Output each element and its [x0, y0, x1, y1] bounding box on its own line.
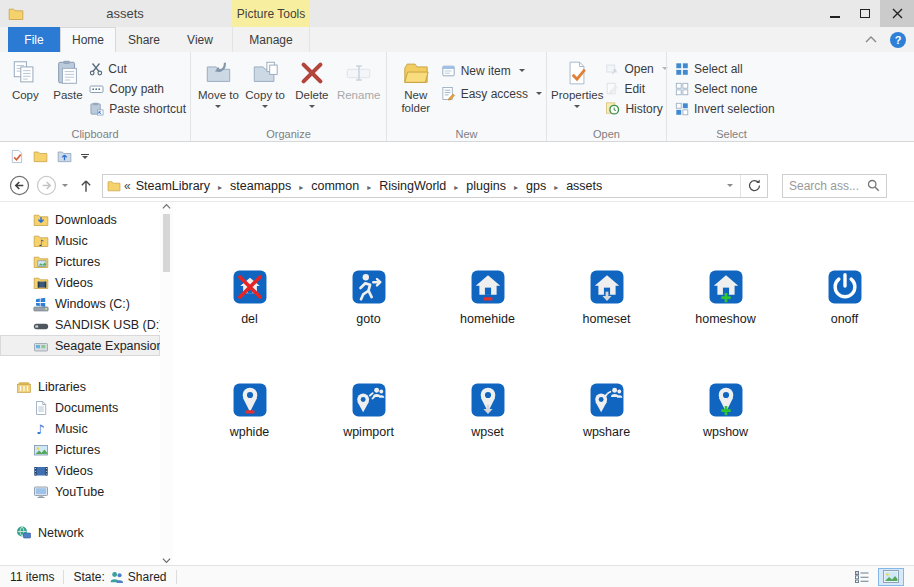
picture-tools-header[interactable]: Picture Tools: [232, 0, 310, 27]
file-item-homeshow[interactable]: homeshow: [666, 270, 785, 383]
address-bar[interactable]: « SteamLibrary steamapps common RisingWo…: [102, 174, 768, 198]
open-button[interactable]: Open: [605, 60, 667, 77]
cut-scissors-icon: [89, 62, 103, 76]
qat-customize-dropdown-icon: [82, 156, 88, 159]
breadcrumb-arrow-icon[interactable]: [212, 179, 228, 193]
select-all-button[interactable]: Select all: [675, 60, 775, 77]
qat-new-folder-icon[interactable]: [33, 149, 48, 164]
minimize-button[interactable]: [820, 0, 850, 27]
qat-properties-icon[interactable]: [9, 149, 24, 164]
forward-button[interactable]: [35, 174, 58, 197]
copy-path-button[interactable]: Copy path: [89, 80, 186, 97]
sidebar-scrollbar[interactable]: [160, 202, 173, 565]
sidebar-item-pictures-folder[interactable]: Pictures: [0, 251, 160, 272]
breadcrumb-segment[interactable]: SteamLibrary: [134, 179, 228, 193]
rename-button[interactable]: Rename: [335, 55, 382, 102]
window-controls: [820, 0, 914, 27]
file-item-wpshow[interactable]: wpshow: [666, 383, 785, 496]
sidebar-item-documents-library[interactable]: Documents: [0, 397, 160, 418]
file-item-del[interactable]: del: [190, 270, 309, 383]
move-to-button[interactable]: Move to: [195, 55, 242, 108]
copy-to-button[interactable]: Copy to: [242, 55, 289, 108]
sidebar-item-sandisk-usb[interactable]: SANDISK USB (D:): [0, 314, 160, 335]
edit-button[interactable]: Edit: [605, 80, 667, 97]
sidebar-item-seagate-expansion[interactable]: Seagate Expansion Dri: [0, 335, 160, 356]
properties-button[interactable]: Properties: [551, 55, 603, 108]
thumbnails-view-button[interactable]: [878, 568, 904, 586]
recent-locations-dropdown[interactable]: [62, 184, 68, 187]
collapse-ribbon-chevron-icon[interactable]: [864, 35, 878, 44]
refresh-button[interactable]: [741, 175, 767, 197]
select-none-button[interactable]: Select none: [675, 80, 775, 97]
maximize-button[interactable]: [850, 0, 880, 27]
close-button[interactable]: [880, 0, 914, 27]
back-button[interactable]: [8, 174, 31, 197]
breadcrumb-overflow[interactable]: «: [121, 179, 134, 193]
sidebar-item-libraries[interactable]: Libraries: [0, 376, 160, 397]
breadcrumb-arrow-icon[interactable]: [508, 179, 524, 193]
help-icon[interactable]: [890, 32, 906, 48]
sidebar-item-downloads[interactable]: Downloads: [0, 209, 160, 230]
breadcrumb-segment[interactable]: steamapps: [228, 179, 309, 193]
cut-button[interactable]: Cut: [89, 60, 186, 77]
new-item-button[interactable]: New item: [441, 62, 542, 79]
breadcrumb-arrow-icon[interactable]: [293, 179, 309, 193]
history-button[interactable]: History: [605, 100, 667, 117]
search-icon[interactable]: [867, 179, 880, 192]
homeshow-icon: [709, 270, 743, 304]
ribbon-group-organize: Move to Copy to Delete Rename Organize: [190, 52, 386, 141]
sidebar-item-music-folder[interactable]: ♪Music: [0, 230, 160, 251]
scrollbar-thumb[interactable]: [163, 214, 170, 272]
new-folder-button[interactable]: New folder: [391, 55, 441, 115]
file-item-wpimport[interactable]: wpimport: [309, 383, 428, 496]
sidebar-item-videos-folder[interactable]: Videos: [0, 272, 160, 293]
file-item-homehide[interactable]: homehide: [428, 270, 547, 383]
tab-file[interactable]: File: [8, 27, 60, 52]
edit-icon: [605, 82, 619, 96]
breadcrumb-segment[interactable]: RisingWorld: [377, 179, 464, 193]
file-item-onoff[interactable]: onoff: [785, 270, 904, 383]
breadcrumb-arrow-icon[interactable]: [448, 179, 464, 193]
scrollbar-track[interactable]: [162, 210, 171, 557]
invert-selection-button[interactable]: Invert selection: [675, 100, 775, 117]
up-button[interactable]: [76, 176, 96, 196]
paste-button[interactable]: Paste: [47, 55, 90, 102]
properties-icon: [564, 57, 590, 89]
search-input[interactable]: Search ass...: [782, 174, 887, 198]
address-dropdown-button[interactable]: [720, 175, 740, 197]
tab-manage[interactable]: Manage: [232, 27, 310, 52]
svg-text:♪: ♪: [39, 237, 45, 247]
file-item-homeset[interactable]: homeset: [547, 270, 666, 383]
paste-shortcut-button[interactable]: Paste shortcut: [89, 100, 186, 117]
qat-customize-button[interactable]: [81, 154, 89, 159]
file-list-area[interactable]: del goto homehide homeset homeshow: [173, 202, 914, 565]
sidebar-item-youtube-library[interactable]: YouTube: [0, 481, 160, 502]
qat-up-folder-icon[interactable]: [57, 149, 72, 164]
pictures-folder-icon: [33, 254, 49, 270]
file-item-wpset[interactable]: wpset: [428, 383, 547, 496]
file-item-wphide[interactable]: wphide: [190, 383, 309, 496]
easy-access-button[interactable]: Easy access: [441, 85, 542, 102]
sidebar-item-videos-library[interactable]: Videos: [0, 460, 160, 481]
tab-view[interactable]: View: [172, 27, 228, 52]
sidebar-item-music-library[interactable]: ♪Music: [0, 418, 160, 439]
breadcrumb-segment[interactable]: assets: [564, 179, 604, 193]
breadcrumb-arrow-icon[interactable]: [361, 179, 377, 193]
details-view-button[interactable]: [849, 568, 875, 586]
breadcrumb-segment[interactable]: gps: [524, 179, 564, 193]
breadcrumb-segment[interactable]: plugins: [464, 179, 524, 193]
tab-share[interactable]: Share: [116, 27, 172, 52]
scroll-up-icon[interactable]: [162, 203, 171, 210]
breadcrumb-segment[interactable]: common: [309, 179, 377, 193]
file-item-goto[interactable]: goto: [309, 270, 428, 383]
file-item-wpshare[interactable]: wpshare: [547, 383, 666, 496]
scroll-down-icon[interactable]: [162, 557, 171, 564]
copy-button[interactable]: Copy: [4, 55, 47, 102]
delete-button[interactable]: Delete: [289, 55, 336, 108]
sidebar-item-pictures-library[interactable]: Pictures: [0, 439, 160, 460]
invert-selection-label: Invert selection: [694, 102, 775, 116]
sidebar-item-network[interactable]: Network: [0, 522, 160, 543]
sidebar-item-windows-c[interactable]: Windows (C:): [0, 293, 160, 314]
breadcrumb-arrow-icon[interactable]: [548, 179, 564, 193]
tab-home[interactable]: Home: [60, 27, 116, 52]
